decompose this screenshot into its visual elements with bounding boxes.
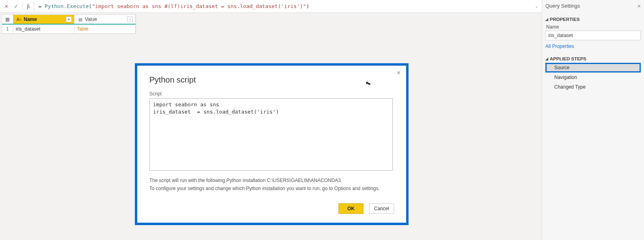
column-filter-icon[interactable]: ▾ <box>66 17 72 22</box>
cell-name[interactable]: iris_dataset <box>13 25 74 33</box>
data-grid: ▦ AC Name ▾ ▤ Value ↕ 1 iris_dataset Tab… <box>2 14 136 34</box>
panel-close-icon[interactable]: × <box>637 2 641 9</box>
dialog-title: Python script <box>149 75 394 85</box>
column-header-value[interactable]: ▤ Value ↕ <box>74 15 136 25</box>
column-value-label: Value <box>85 17 97 22</box>
dialog-info-2: To configure your settings and change wh… <box>149 185 394 192</box>
query-settings-panel: Query Settings × ◢ PROPERTIES Name All P… <box>542 0 644 240</box>
dialog-info-1: The script will run with the following P… <box>149 177 394 184</box>
name-field-label: Name <box>546 24 641 30</box>
all-properties-link[interactable]: All Properties <box>545 43 574 49</box>
formula-eq: = <box>38 3 41 9</box>
python-script-dialog: × ⬉ Python script Script The script will… <box>135 63 409 225</box>
column-expand-icon[interactable]: ↕ <box>127 17 133 22</box>
applied-step-changed-type[interactable]: Changed Type <box>545 82 641 92</box>
panel-header: Query Settings × <box>542 0 644 11</box>
column-name-label: Name <box>24 17 37 22</box>
formula-bar: ✕ ✓ fx = Python.Execute("import seaborn … <box>0 0 542 13</box>
divider <box>23 2 23 11</box>
close-icon[interactable]: × <box>397 70 400 76</box>
properties-title-text: PROPERTIES <box>550 17 580 22</box>
formula-str: import seaborn as sns #(lf)iris_dataset … <box>95 3 303 9</box>
applied-steps-list: Source Navigation Changed Type <box>545 63 641 92</box>
formula-close: ) <box>306 3 310 9</box>
grid-corner-icon[interactable]: ▦ <box>2 15 13 25</box>
text-type-icon: AC <box>16 17 22 22</box>
applied-step-navigation[interactable]: Navigation <box>545 72 641 82</box>
table-row[interactable]: 1 iris_dataset Table <box>2 25 136 33</box>
formula-cancel-icon[interactable]: ✕ <box>2 2 11 11</box>
properties-section-title[interactable]: ◢ PROPERTIES <box>545 17 641 22</box>
applied-steps-section-title[interactable]: ◢ APPLIED STEPS <box>545 56 641 61</box>
formula-accept-icon[interactable]: ✓ <box>11 2 21 11</box>
query-name-input[interactable] <box>545 31 641 40</box>
formula-q2: " <box>303 3 306 9</box>
table-type-icon: ▤ <box>77 17 83 22</box>
formula-fn: Python.Execute <box>45 3 89 9</box>
grid-header: ▦ AC Name ▾ ▤ Value ↕ <box>2 15 136 25</box>
applied-steps-title-text: APPLIED STEPS <box>550 56 586 61</box>
column-header-name[interactable]: AC Name ▾ <box>13 15 74 25</box>
formula-input[interactable]: = Python.Execute("import seaborn as sns … <box>36 3 533 9</box>
script-textarea[interactable] <box>149 98 393 171</box>
cancel-button[interactable]: Cancel <box>369 203 394 214</box>
caret-icon: ◢ <box>545 57 548 61</box>
cell-value[interactable]: Table <box>74 25 136 33</box>
caret-icon: ◢ <box>545 17 548 21</box>
ok-button[interactable]: OK <box>339 203 363 214</box>
applied-step-source[interactable]: Source <box>545 63 641 72</box>
divider <box>34 2 34 11</box>
script-label: Script <box>149 91 394 97</box>
row-index: 1 <box>2 25 13 33</box>
dialog-actions: OK Cancel <box>149 203 394 214</box>
fx-icon[interactable]: fx <box>25 3 32 10</box>
panel-title: Query Settings <box>545 3 580 9</box>
formula-expand-icon[interactable]: ⌄ <box>533 4 540 8</box>
